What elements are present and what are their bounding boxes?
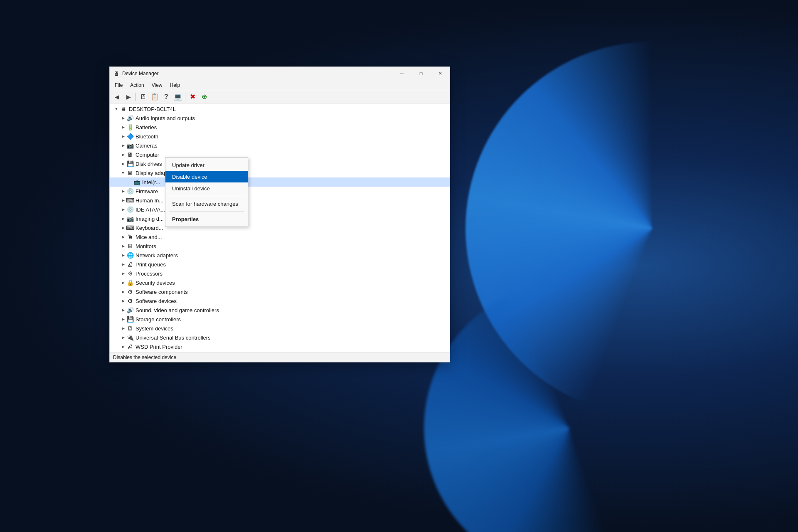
ide-expand[interactable]: ▶ — [120, 206, 126, 213]
network-expand[interactable]: ▶ — [120, 252, 126, 259]
tree-item-human-input[interactable]: ▶ ⌨ Human In... — [110, 196, 450, 205]
tree-item-sound[interactable]: ▶ 🔊 Sound, video and game controllers — [110, 305, 450, 315]
tree-item-intel[interactable]: 📺 Intel(r... — [110, 177, 450, 187]
context-scan-changes[interactable]: Scan for hardware changes — [165, 198, 248, 209]
tree-item-print-queues[interactable]: ▶ 🖨 Print queues — [110, 260, 450, 269]
tree-item-display-adapters[interactable]: ▼ 🖥 Display adapters — [110, 168, 450, 177]
computer-expand[interactable]: ▶ — [120, 151, 126, 158]
tree-item-disk-drives[interactable]: ▶ 💾 Disk drives — [110, 159, 450, 168]
tree-item-processors[interactable]: ▶ ⚙ Processors — [110, 269, 450, 278]
properties-button[interactable]: 🖥 — [138, 91, 148, 102]
system-expand[interactable]: ▶ — [120, 325, 126, 332]
tree-item-bluetooth[interactable]: ▶ 🔷 Bluetooth — [110, 132, 450, 141]
sw-comp-icon: ⚙ — [126, 288, 134, 296]
computer-label: Computer — [135, 152, 159, 158]
main-content: ▼ 🖥 DESKTOP-BCLT4L ▶ 🔊 Audio inputs and … — [110, 103, 450, 352]
sw-comp-expand[interactable]: ▶ — [120, 288, 126, 295]
cameras-icon: 📷 — [126, 142, 134, 149]
tree-root[interactable]: ▼ 🖥 DESKTOP-BCLT4L — [110, 104, 450, 113]
processors-icon: ⚙ — [126, 270, 134, 277]
computer-button[interactable]: 💻 — [172, 91, 183, 102]
tree-item-software-components[interactable]: ▶ ⚙ Software components — [110, 287, 450, 296]
human-expand[interactable]: ▶ — [120, 197, 126, 204]
tree-item-software-devices[interactable]: ▶ ⚙ Software devices — [110, 296, 450, 305]
tree-item-keyboards[interactable]: ▶ ⌨ Keyboard... — [110, 223, 450, 232]
context-update-driver[interactable]: Update driver — [165, 159, 248, 171]
mice-expand[interactable]: ▶ — [120, 234, 126, 240]
context-properties[interactable]: Properties — [165, 213, 248, 225]
cameras-expand[interactable]: ▶ — [120, 142, 126, 149]
minimize-button[interactable]: ─ — [392, 67, 411, 80]
network-label: Network adapters — [135, 252, 178, 259]
titlebar: 🖥 Device Manager ─ □ ✕ — [110, 67, 450, 80]
tree-item-wsd[interactable]: ▶ 🖨 WSD Print Provider — [110, 342, 450, 351]
tree-item-usb[interactable]: ▶ 🔌 Universal Serial Bus controllers — [110, 333, 450, 342]
forward-button[interactable]: ▶ — [123, 91, 134, 102]
disk-expand[interactable]: ▶ — [120, 160, 126, 167]
context-disable-device[interactable]: Disable device — [165, 171, 248, 182]
menu-action[interactable]: Action — [127, 81, 147, 89]
device-manager-window: 🖥 Device Manager ─ □ ✕ File Action View … — [109, 66, 450, 362]
batteries-expand[interactable]: ▶ — [120, 124, 126, 131]
context-uninstall-device[interactable]: Uninstall device — [165, 182, 248, 194]
close-button[interactable]: ✕ — [431, 67, 450, 80]
toolbar-separator-1 — [135, 93, 136, 101]
security-icon: 🔒 — [126, 279, 134, 286]
tree-item-imaging[interactable]: ▶ 📷 Imaging d... — [110, 214, 450, 223]
ide-label: IDE ATA/A... — [135, 207, 165, 213]
tree-item-audio[interactable]: ▶ 🔊 Audio inputs and outputs — [110, 113, 450, 123]
processors-expand[interactable]: ▶ — [120, 270, 126, 277]
security-expand[interactable]: ▶ — [120, 279, 126, 286]
storage-expand[interactable]: ▶ — [120, 316, 126, 323]
tree-item-monitors[interactable]: ▶ 🖥 Monitors — [110, 241, 450, 251]
tree-item-cameras[interactable]: ▶ 📷 Cameras — [110, 141, 450, 150]
scan-button[interactable]: ✖ — [187, 91, 198, 102]
imaging-expand[interactable]: ▶ — [120, 215, 126, 222]
root-expand[interactable]: ▼ — [113, 106, 120, 112]
tree-item-network[interactable]: ▶ 🌐 Network adapters — [110, 251, 450, 260]
help-button[interactable]: ? — [161, 91, 172, 102]
network-icon: 🌐 — [126, 251, 134, 259]
menu-help[interactable]: Help — [167, 81, 184, 89]
system-label: System devices — [135, 325, 173, 332]
tree-item-batteries[interactable]: ▶ 🔋 Batteries — [110, 123, 450, 132]
menu-file[interactable]: File — [111, 81, 126, 89]
statusbar: Disables the selected device. — [110, 352, 450, 362]
batteries-icon: 🔋 — [126, 123, 134, 131]
imaging-label: Imaging d... — [135, 216, 164, 222]
bluetooth-expand[interactable]: ▶ — [120, 133, 126, 140]
device-tree[interactable]: ▼ 🖥 DESKTOP-BCLT4L ▶ 🔊 Audio inputs and … — [110, 103, 450, 352]
audio-icon: 🔊 — [126, 114, 134, 122]
display-expand[interactable]: ▼ — [120, 170, 126, 176]
tree-item-computer[interactable]: ▶ 🖥 Computer — [110, 150, 450, 159]
sound-expand[interactable]: ▶ — [120, 307, 126, 313]
sw-comp-label: Software components — [135, 289, 188, 295]
firmware-icon: 💿 — [126, 187, 134, 195]
firmware-expand[interactable]: ▶ — [120, 188, 126, 195]
tree-item-ide[interactable]: ▶ 💿 IDE ATA/A... — [110, 205, 450, 214]
usb-expand[interactable]: ▶ — [120, 334, 126, 341]
device-prop-button[interactable]: 📋 — [149, 91, 160, 102]
tree-item-firmware[interactable]: ▶ 💿 Firmware — [110, 187, 450, 196]
tree-item-mice[interactable]: ▶ 🖱 Mice and... — [110, 232, 450, 241]
tree-item-storage[interactable]: ▶ 💾 Storage controllers — [110, 315, 450, 324]
computer-icon: 🖥 — [126, 151, 134, 158]
menu-view[interactable]: View — [148, 81, 166, 89]
display-icon: 🖥 — [126, 169, 134, 177]
keyboards-icon: ⌨ — [126, 224, 134, 232]
print-expand[interactable]: ▶ — [120, 261, 126, 268]
add-button[interactable]: ⊕ — [199, 91, 209, 102]
root-label: DESKTOP-BCLT4L — [129, 106, 176, 112]
sw-dev-expand[interactable]: ▶ — [120, 298, 126, 304]
monitors-expand[interactable]: ▶ — [120, 243, 126, 249]
maximize-button[interactable]: □ — [411, 67, 431, 80]
window-title: Device Manager — [122, 71, 158, 76]
tree-item-security[interactable]: ▶ 🔒 Security devices — [110, 278, 450, 287]
wsd-expand[interactable]: ▶ — [120, 343, 126, 350]
audio-label: Audio inputs and outputs — [135, 115, 195, 121]
processors-label: Processors — [135, 271, 163, 277]
tree-item-system[interactable]: ▶ 🖥 System devices — [110, 324, 450, 333]
back-button[interactable]: ◀ — [111, 91, 122, 102]
keyboards-expand[interactable]: ▶ — [120, 224, 126, 231]
audio-expand[interactable]: ▶ — [120, 115, 126, 121]
